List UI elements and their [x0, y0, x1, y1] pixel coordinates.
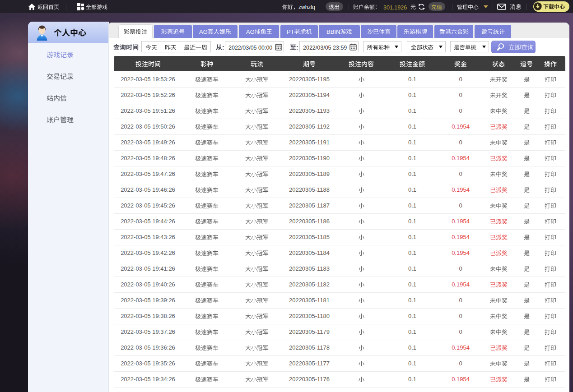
svg-text:PT: PT: [287, 28, 294, 35]
svg-text:AG: AG: [246, 28, 255, 35]
svg-text::: :: [296, 44, 298, 51]
svg-text:BBIN: BBIN: [326, 28, 340, 35]
svg-text:zwhzlq: zwhzlq: [298, 4, 315, 10]
svg-text::: :: [222, 44, 224, 51]
svg-text:AG: AG: [199, 28, 208, 35]
